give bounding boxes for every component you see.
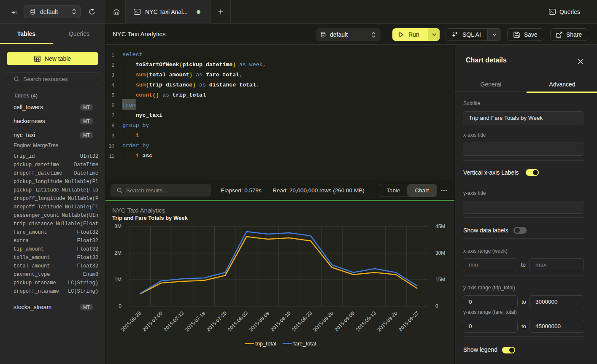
svg-text:2015-08-16: 2015-08-16: [269, 310, 292, 333]
svg-text:fare_total: fare_total: [293, 340, 316, 347]
svg-text:2015-08-30: 2015-08-30: [312, 310, 335, 333]
svg-text:0: 0: [119, 303, 122, 309]
svg-text:2015-09-06: 2015-09-06: [333, 310, 356, 333]
svg-text:2015-08-09: 2015-08-09: [248, 310, 271, 333]
svg-text:2015-07-05: 2015-07-05: [141, 310, 164, 333]
svg-text:2015-09-13: 2015-09-13: [355, 310, 378, 333]
svg-text:2015-07-19: 2015-07-19: [184, 310, 207, 333]
svg-text:0: 0: [435, 303, 438, 309]
svg-text:2M: 2M: [114, 250, 122, 256]
svg-text:2015-08-02: 2015-08-02: [227, 310, 249, 333]
svg-text:15M: 15M: [435, 277, 445, 283]
svg-text:trip_total: trip_total: [255, 340, 276, 347]
svg-text:2015-07-26: 2015-07-26: [205, 310, 228, 333]
svg-text:2015-07-12: 2015-07-12: [162, 310, 185, 333]
svg-text:2015-09-27: 2015-09-27: [397, 310, 420, 333]
svg-text:30M: 30M: [435, 250, 445, 256]
svg-text:2015-08-23: 2015-08-23: [291, 310, 313, 333]
svg-text:45M: 45M: [435, 224, 445, 229]
svg-text:2015-06-28: 2015-06-28: [120, 310, 143, 333]
svg-text:2015-09-20: 2015-09-20: [376, 310, 399, 333]
svg-text:3M: 3M: [114, 224, 122, 229]
svg-text:1M: 1M: [114, 277, 122, 283]
